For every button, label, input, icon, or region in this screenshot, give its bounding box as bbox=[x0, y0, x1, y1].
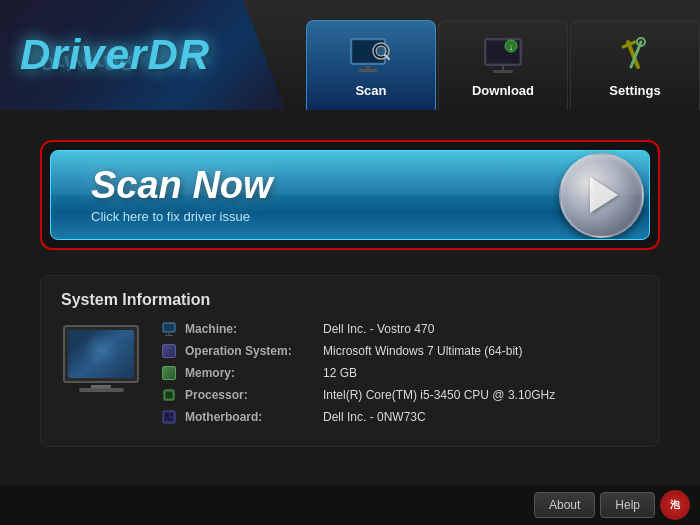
system-info-rows: Machine: Dell Inc. - Vostro 470 Operatio… bbox=[161, 321, 639, 431]
memory-label: Memory: bbox=[185, 366, 315, 380]
monitor-foot bbox=[79, 388, 124, 392]
svg-rect-19 bbox=[165, 335, 173, 336]
motherboard-value: Dell Inc. - 0NW73C bbox=[323, 410, 426, 424]
footer-logo-icon: 泡 bbox=[660, 490, 690, 520]
motherboard-icon bbox=[161, 409, 177, 425]
monitor-border bbox=[63, 325, 139, 383]
settings-tab-icon bbox=[613, 33, 658, 78]
svg-text:↓: ↓ bbox=[509, 42, 514, 52]
system-info-body: Machine: Dell Inc. - Vostro 470 Operatio… bbox=[61, 321, 639, 431]
svg-rect-3 bbox=[359, 69, 377, 72]
svg-rect-10 bbox=[493, 70, 513, 73]
scan-arrow-button[interactable] bbox=[559, 153, 644, 238]
table-row: Motherboard: Dell Inc. - 0NW73C bbox=[161, 409, 639, 425]
table-row: Memory: 12 GB bbox=[161, 365, 639, 381]
settings-svg-icon bbox=[613, 37, 657, 75]
tab-settings[interactable]: Settings bbox=[570, 20, 700, 110]
os-value: Microsoft Windows 7 Ultimate (64-bit) bbox=[323, 344, 522, 358]
tab-download[interactable]: ↓ Download bbox=[438, 20, 568, 110]
monitor-display bbox=[68, 330, 134, 378]
nav-tabs: Scan ↓ Download bbox=[306, 0, 700, 110]
svg-rect-25 bbox=[165, 418, 173, 420]
processor-icon bbox=[161, 387, 177, 403]
machine-value: Dell Inc. - Vostro 470 bbox=[323, 322, 434, 336]
machine-label: Machine: bbox=[185, 322, 315, 336]
scan-tab-icon bbox=[349, 33, 394, 78]
os-icon bbox=[161, 343, 177, 359]
processor-label: Processor: bbox=[185, 388, 315, 402]
monitor-icon bbox=[61, 321, 141, 396]
footer: About Help 泡 bbox=[0, 485, 700, 525]
svg-rect-23 bbox=[165, 413, 169, 417]
help-button[interactable]: Help bbox=[600, 492, 655, 518]
processor-value: Intel(R) Core(TM) i5-3450 CPU @ 3.10GHz bbox=[323, 388, 555, 402]
svg-rect-24 bbox=[170, 413, 173, 416]
logo-area: DriverDR DriverDR bbox=[0, 0, 286, 110]
machine-icon bbox=[161, 321, 177, 337]
tab-scan[interactable]: Scan bbox=[306, 20, 436, 110]
scan-now-button[interactable]: Scan Now Click here to fix driver issue bbox=[50, 150, 650, 240]
main-content: Scan Now Click here to fix driver issue … bbox=[0, 110, 700, 477]
download-tab-icon: ↓ bbox=[481, 33, 526, 78]
svg-rect-17 bbox=[163, 323, 175, 332]
header: DriverDR DriverDR Scan bbox=[0, 0, 700, 110]
settings-tab-label: Settings bbox=[609, 83, 660, 98]
arrow-right-icon bbox=[590, 177, 618, 213]
table-row: Machine: Dell Inc. - Vostro 470 bbox=[161, 321, 639, 337]
scan-tab-label: Scan bbox=[355, 83, 386, 98]
svg-rect-21 bbox=[166, 392, 172, 398]
scan-text-area: Scan Now Click here to fix driver issue bbox=[51, 166, 559, 224]
os-label: Operation System: bbox=[185, 344, 315, 358]
table-row: Processor: Intel(R) Core(TM) i5-3450 CPU… bbox=[161, 387, 639, 403]
scan-now-container: Scan Now Click here to fix driver issue bbox=[40, 140, 660, 250]
table-row: Operation System: Microsoft Windows 7 Ul… bbox=[161, 343, 639, 359]
scan-now-subtitle: Click here to fix driver issue bbox=[91, 209, 559, 224]
scan-now-title: Scan Now bbox=[91, 166, 559, 204]
memory-icon bbox=[161, 365, 177, 381]
logo-reflection: DriverDR bbox=[40, 51, 135, 74]
system-info-title: System Information bbox=[61, 291, 639, 309]
download-tab-label: Download bbox=[472, 83, 534, 98]
memory-value: 12 GB bbox=[323, 366, 357, 380]
download-svg-icon: ↓ bbox=[481, 37, 525, 75]
scan-svg-icon bbox=[349, 37, 393, 75]
motherboard-label: Motherboard: bbox=[185, 410, 315, 424]
system-info-section: System Information Machine: Dell Inc. - … bbox=[40, 275, 660, 447]
about-button[interactable]: About bbox=[534, 492, 595, 518]
